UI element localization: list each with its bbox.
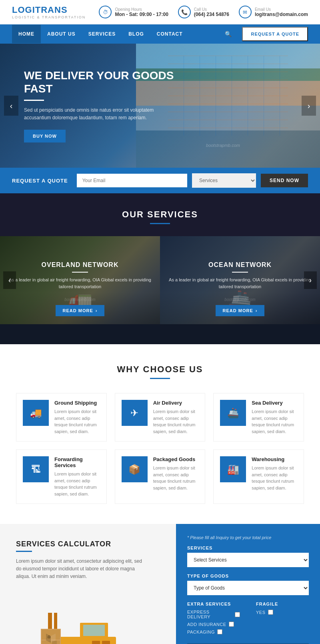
services-next-button[interactable]: › (304, 271, 317, 289)
logo: LOGITRANS LOGISTIC & TRANSPORTATION (12, 5, 86, 19)
hero-next-button[interactable]: › (302, 96, 316, 116)
insurance-checkbox[interactable] (229, 622, 234, 627)
hero-title: WE DELIVER YOUR GOODS FAST (24, 69, 176, 96)
calculator-left: SERVICES CALCULATOR Lorem ipsum dolor si… (0, 524, 176, 644)
ground-shipping-desc: Lorem ipsum dolor sit amet, consec adip … (54, 408, 100, 435)
calculator-section: SERVICES CALCULATOR Lorem ipsum dolor si… (0, 524, 320, 644)
plane-icon: ✈ (130, 407, 138, 419)
header-info: ⏱ Opening Hours Mon - Sat: 09:00 - 17:00… (99, 6, 308, 18)
packaged-goods-icon-box: 📦 (122, 456, 148, 482)
logo-accent: TRANS (35, 5, 68, 15)
air-delivery-desc: Lorem ipsum dolor sit amet, consec adip … (153, 408, 199, 435)
service-overland: 🚛 OVERLAND NETWORK As a leader in global… (0, 236, 160, 324)
top-header: LOGITRANS LOGISTIC & TRANSPORTATION ⏱ Op… (0, 0, 320, 24)
forwarding-title: Forwarding Services (54, 456, 100, 468)
ground-shipping-title: Ground Shipping (54, 400, 100, 406)
email-us: ✉ Email Us logitrans@domain.com (239, 6, 308, 18)
fragile-yes-checkbox[interactable] (268, 610, 273, 615)
hero-watermark: bootstrapmb.com (206, 143, 240, 148)
box-icon: 📦 (128, 464, 140, 475)
call-label: Call Us (194, 7, 229, 12)
extra-services-label: EXTRA SERVICES (187, 602, 240, 606)
air-delivery-icon-box: ✈ (122, 400, 148, 426)
hero-content: WE DELIVER YOUR GOODS FAST Sed ut perspi… (0, 69, 200, 143)
packaged-goods-desc: Lorem ipsum dolor sit amet, consec adip … (153, 465, 199, 491)
hero-divider (24, 100, 44, 101)
opening-hours: ⏱ Opening Hours Mon - Sat: 09:00 - 17:00 (99, 6, 168, 18)
feature-warehousing: 🏭 Warehousing Lorem ipsum dolor sit amet… (213, 449, 304, 504)
calculator-desc: Lorem ipsum dolor sit amet, consectetur … (16, 558, 144, 581)
packaged-goods-title: Packaged Goods (153, 456, 199, 462)
ship-icon: 🚢 (227, 407, 239, 419)
air-delivery-title: Air Delivery (153, 400, 199, 406)
quote-services-select[interactable]: Services Ground Shipping Air Delivery Se… (192, 173, 256, 188)
express-label: EXPRESS DELIVERY (187, 610, 232, 619)
fragile-label: FRAGILE (256, 602, 309, 606)
feature-packaged-goods: 📦 Packaged Goods Lorem ipsum dolor sit a… (115, 449, 206, 504)
ocean-desc: As a leader in global air freight forwar… (168, 277, 312, 290)
overland-desc: As a leader in global air freight forwar… (8, 277, 152, 290)
warehousing-title: Warehousing (252, 456, 297, 462)
forklift-illustration: ♻ ♻ (16, 589, 160, 644)
hero-prev-button[interactable]: ‹ (4, 96, 18, 116)
quote-email-input[interactable] (77, 174, 187, 187)
why-title: WHY CHOOSE US (16, 364, 304, 375)
sea-delivery-icon-box: 🚢 (220, 400, 246, 426)
call-value: (064) 234 54876 (194, 12, 229, 17)
forwarding-desc: Lorem ipsum dolor sit amet, consec adip … (54, 471, 100, 497)
yes-label: YES (256, 610, 266, 615)
opening-value: Mon - Sat: 09:00 - 17:00 (115, 12, 168, 17)
calculator-right: * Please fill all Inquiry to get your to… (176, 524, 320, 644)
svg-rect-16 (52, 641, 57, 644)
navbar: HOME ABOUT US SERVICES BLOG CONTACT 🔍 RE… (0, 24, 320, 44)
feature-sea-delivery: 🚢 Sea Delivery Lorem ipsum dolor sit ame… (213, 393, 304, 441)
buy-now-button[interactable]: BUY NOW (24, 130, 66, 142)
search-icon[interactable]: 🔍 (218, 24, 238, 44)
forklift-svg: ♻ ♻ (40, 589, 136, 644)
warehouse-icon: 🏭 (227, 464, 239, 475)
quote-send-button[interactable]: SEND NOW (261, 174, 308, 187)
why-divider (150, 378, 170, 379)
insurance-label: ADD INSURANCE (187, 622, 226, 627)
sea-delivery-title: Sea Delivery (252, 400, 297, 406)
svg-text:♻: ♻ (47, 635, 51, 639)
services-divider (150, 223, 170, 224)
email-icon: ✉ (239, 6, 252, 18)
crane-icon: 🏗 (31, 464, 41, 475)
services-field-label: SERVICES (187, 546, 309, 550)
nav-blog[interactable]: BLOG (122, 25, 150, 43)
sea-delivery-desc: Lorem ipsum dolor sit amet, consec adip … (252, 408, 297, 435)
nav-quote-button[interactable]: REQUEST A QUOTE (242, 27, 308, 41)
nav-about[interactable]: ABOUT US (41, 25, 82, 43)
ocean-title: OCEAN NETWORK (168, 261, 312, 269)
feature-forwarding: 🏗 Forwarding Services Lorem ipsum dolor … (16, 449, 107, 504)
calculator-services-select[interactable]: Select Services Ground Shipping Air Deli… (187, 553, 309, 567)
overland-title: OVERLAND NETWORK (8, 261, 152, 269)
nav-contact[interactable]: CONTACT (150, 25, 189, 43)
service-ocean: 🚢 OCEAN NETWORK As a leader in global ai… (160, 236, 320, 324)
warehousing-desc: Lorem ipsum dolor sit amet, consec adip … (252, 465, 297, 491)
services-prev-button[interactable]: ‹ (3, 271, 16, 289)
logo-main: LOGI (12, 5, 35, 15)
svg-rect-18 (102, 641, 110, 644)
nav-services[interactable]: SERVICES (82, 25, 122, 43)
packaging-checkbox[interactable] (217, 629, 222, 634)
call-us: 📞 Call Us (064) 234 54876 (178, 6, 229, 18)
calculator-title: SERVICES CALCULATOR (16, 540, 160, 548)
express-checkbox[interactable] (235, 612, 240, 617)
overland-read-more-button[interactable]: READ MORE › (56, 305, 105, 316)
arrow-icon: › (96, 308, 98, 313)
ground-shipping-icon-box: 🚚 (23, 400, 49, 426)
overland-watermark: bootstrapmb.com (64, 297, 95, 302)
calculator-goods-select[interactable]: Type of Goods Electronics Furniture Food (187, 581, 309, 595)
services-title: OUR SERVICES (0, 209, 320, 220)
clock-icon: ⏱ (99, 6, 112, 18)
ocean-read-more-button[interactable]: READ MORE › (216, 305, 265, 316)
ocean-watermark: bootstrapmb.com (224, 297, 255, 302)
email-label: Email Us (255, 7, 308, 12)
hero-section: WE DELIVER YOUR GOODS FAST Sed ut perspi… (0, 44, 320, 168)
arrow-icon: › (256, 308, 258, 313)
nav-home[interactable]: HOME (12, 25, 41, 43)
svg-rect-6 (83, 625, 105, 636)
nav-links: HOME ABOUT US SERVICES BLOG CONTACT (12, 25, 218, 43)
